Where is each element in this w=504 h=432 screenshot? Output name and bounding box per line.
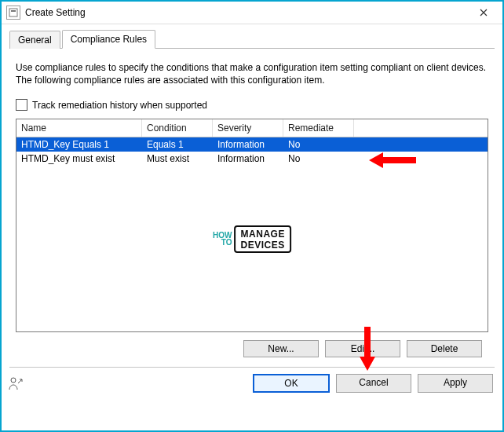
- app-icon: [6, 5, 20, 20]
- grid-body: HTMD_Key Equals 1 Equals 1 Information N…: [16, 137, 488, 331]
- tab-compliance-rules[interactable]: Compliance Rules: [62, 30, 155, 49]
- cancel-button[interactable]: Cancel: [336, 374, 411, 393]
- col-condition[interactable]: Condition: [142, 119, 213, 137]
- ok-button[interactable]: OK: [253, 374, 330, 393]
- tab-strip: General Compliance Rules: [9, 29, 495, 49]
- window-title: Create Setting: [25, 7, 86, 18]
- titlebar: Create Setting: [2, 2, 502, 24]
- col-severity[interactable]: Severity: [213, 119, 283, 137]
- cell-severity: Information: [213, 152, 283, 166]
- cell-remediate: No: [283, 137, 354, 152]
- cell-remediate: No: [283, 152, 354, 166]
- col-remediate[interactable]: Remediate: [283, 119, 354, 137]
- tab-general[interactable]: General: [9, 31, 60, 49]
- edit-button[interactable]: Edit...: [325, 340, 400, 357]
- apply-button[interactable]: Apply: [418, 374, 493, 393]
- description-text: Use compliance rules to specify the cond…: [16, 61, 488, 86]
- svg-point-2: [11, 378, 16, 383]
- svg-rect-1: [11, 10, 16, 12]
- table-row[interactable]: HTMD_Key must exist Must exist Informati…: [16, 152, 488, 166]
- cell-name: HTMD_Key must exist: [16, 152, 142, 166]
- cell-condition: Must exist: [142, 152, 213, 166]
- close-button[interactable]: [468, 2, 499, 24]
- col-name[interactable]: Name: [16, 119, 142, 137]
- svg-rect-0: [9, 9, 17, 16]
- delete-button[interactable]: Delete: [407, 340, 482, 357]
- cell-severity: Information: [213, 137, 283, 152]
- checkbox-icon: [16, 99, 27, 111]
- user-icon: [8, 375, 24, 391]
- cell-condition: Equals 1: [142, 137, 213, 152]
- grid-header: Name Condition Severity Remediate: [16, 119, 488, 137]
- close-icon: [480, 9, 488, 16]
- row-action-buttons: New... Edit... Delete: [16, 340, 482, 357]
- new-button[interactable]: New...: [243, 340, 319, 357]
- dialog-footer: OK Cancel Apply: [2, 368, 502, 393]
- rules-grid: Name Condition Severity Remediate HTMD_K…: [16, 119, 488, 332]
- cell-name: HTMD_Key Equals 1: [16, 137, 142, 152]
- track-remediation-checkbox[interactable]: Track remediation history when supported: [16, 99, 488, 111]
- table-row[interactable]: HTMD_Key Equals 1 Equals 1 Information N…: [16, 137, 488, 152]
- track-remediation-label: Track remediation history when supported: [32, 100, 207, 111]
